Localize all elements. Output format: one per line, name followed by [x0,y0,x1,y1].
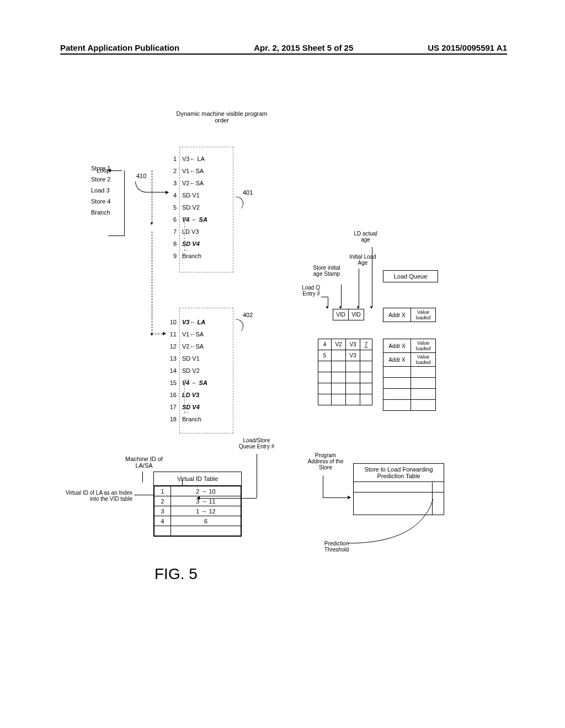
lq-arrow-vid1 [341,285,342,308]
loop-item: Store 4 [91,196,110,207]
instr-num: 10 [166,319,177,325]
loop-item: Branch [91,207,110,218]
instr-num: 3 [166,180,177,186]
lq-arrow-entry-h [321,297,328,297]
ref-401: 401 [243,189,253,196]
lq-cell [383,389,411,400]
vid-table: 12 → 10 23 → 11 31 → 12 46 [154,486,241,536]
instr-num: 11 [166,331,177,338]
ref-402: 402 [243,312,253,318]
lq-cell [383,378,411,389]
vid-cell: 1 → 12 [171,506,241,516]
lq-cell [318,361,332,372]
diagram-title: Dynamic machine visible program order [175,110,269,124]
lq-cell [318,394,332,405]
vid-label-top: Machine ID of LA/SA [125,456,163,469]
lq-cell [383,400,411,411]
dashed-iter-arrow-2 [152,232,152,334]
instr-text: V1←SA [182,168,221,174]
instr-text: LD V3 [182,228,221,235]
header-left: Patent Application Publication [60,43,179,52]
instr-num: 2 [166,168,177,174]
header-center: Apr. 2, 2015 Sheet 5 of 25 [254,43,353,52]
stl-title: Store to Load Forwarding Prediction Tabl… [354,464,444,481]
instr-text: V3← LA [182,156,221,162]
loop-item: Load 3 [91,185,110,196]
lq-cell: VID [333,309,349,320]
lq-arrow-actual-tip: ▼ [369,305,374,310]
loadq-entry-label: Load Q Entry # [292,285,320,297]
ref-401-line [232,196,245,208]
lq-arrow-vid2 [359,269,359,308]
lq-cell: 5 [318,350,332,361]
loop-branch-line [108,235,125,236]
header-right: US 2015/0095591 A1 [428,43,507,52]
lq-cell: Value loaded [411,308,436,322]
vid-arrow-top [142,472,143,483]
vid-cell: 2 [154,496,171,506]
instr-text: V2←SA [182,343,221,350]
ref-402-line [232,318,245,331]
vid-right-line-v [257,454,257,498]
vid-left-line [134,495,153,495]
instr-num: 14 [166,367,177,374]
instr-text: V3← LA [182,319,221,325]
load-queue-title: Load Queue [383,270,438,282]
lq-cell: V3 [346,339,360,350]
lq-vid-header-table: VID VID [333,309,364,320]
instr-num: 6 [166,216,177,223]
instr-text: V1←SA [182,331,221,338]
lq-cell [332,350,346,361]
instr-num: 17 [166,404,177,410]
lq-cell: Addr X [383,339,411,353]
lq-arrow-entry-tip: ▼ [325,305,329,310]
instr-text: Branch [182,253,221,259]
inner-dash-1t [184,217,189,218]
lq-right-table: Addr X Value loaded Addr X Value loaded [383,339,436,411]
instr-num: 8 [166,240,177,247]
instruction-block-2: 10V3← LA 11V1←SA 12V2←SA 13SD V1 14SD V2… [166,316,221,425]
loop-vertical-line [124,170,125,235]
lq-cell [360,350,372,361]
instr-num: 5 [166,204,177,211]
instr-num: 7 [166,228,177,235]
instr-text: V2←SA [182,180,221,186]
lq-cell: 7 [360,339,372,350]
lq-cell: Value loaded [411,339,436,353]
stl-left-arrow-v [323,475,323,497]
vid-label-right: Load/Store Queue Entry # [237,437,276,449]
store-stamp-label: Store initial age Stamp [310,265,343,277]
loop-arrow-top [111,170,122,171]
figure-label: FIG. 5 [154,565,198,583]
vid-label-left: Virtual ID of LA as an Index into the VI… [61,490,132,502]
vid-table-title: Virtual ID Table [154,472,241,486]
ref-410: 410 [136,173,146,179]
lq-cell: V3 [346,350,360,361]
instr-text: SD V4 [182,240,221,247]
vid-cell [154,526,171,536]
lq-addr-header-table: Addr X Value loaded [383,308,436,322]
vid-table-outer: Virtual ID Table 12 → 10 23 → 11 31 → 12… [153,472,242,537]
instr-num: 1 [166,156,177,162]
ld-actual-label: LD actual age [350,231,381,243]
instr-num: 16 [166,392,177,398]
lq-cell [318,372,332,383]
instr-num: 13 [166,355,177,362]
stl-left-label: Program Address of the Store [306,452,345,470]
lq-cell [318,383,332,394]
lq-cell: Value loaded [411,353,436,367]
vid-cell: 3 [154,506,171,516]
inner-dash-1b [184,250,189,251]
instr-text: SD V1 [182,355,221,362]
lq-cell [383,367,411,378]
instr-text: Branch [182,416,221,422]
inner-dash-2t [184,379,189,380]
loop-item: Store 2 [91,174,110,185]
lq-cell: VID [349,309,364,320]
initial-load-label: Initial Load Age [348,254,378,266]
page-header: Patent Application Publication Apr. 2, 2… [60,43,507,55]
instr-text: LD V3 [182,392,221,398]
vid-cell: 6 [171,516,241,526]
loop-item: Store 1 [91,163,110,174]
instr-num: 18 [166,416,177,422]
